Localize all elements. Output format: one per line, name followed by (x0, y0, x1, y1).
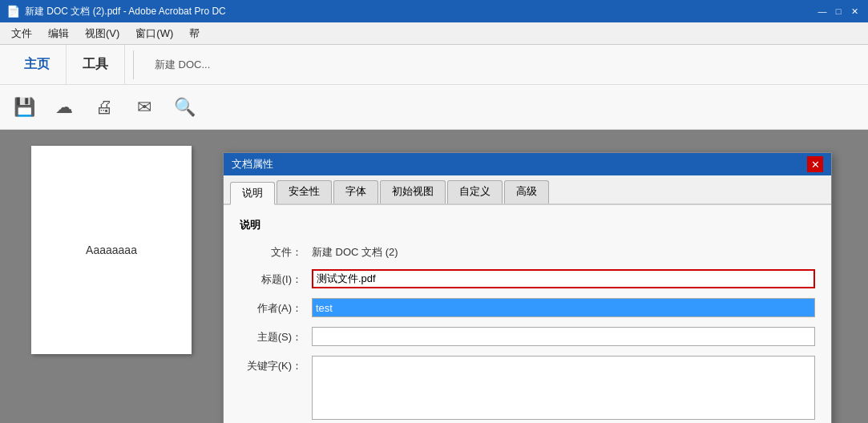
menu-bar: 文件 编辑 视图(V) 窗口(W) 帮 (0, 22, 868, 45)
author-label: 作者(A)： (240, 298, 312, 316)
menu-file[interactable]: 文件 (3, 23, 40, 44)
tab-fonts[interactable]: 字体 (333, 180, 378, 203)
maximize-button[interactable]: □ (831, 4, 846, 18)
menu-view[interactable]: 视图(V) (77, 23, 127, 44)
dialog-title-bar: 文档属性 ✕ (224, 153, 831, 175)
subject-input[interactable] (312, 327, 815, 346)
document-properties-dialog: 文档属性 ✕ 说明 安全性 字体 初始视图 自定义 高级 说明 文件： 新建 D… (223, 152, 832, 423)
title-bar: 📄 新建 DOC 文档 (2).pdf - Adobe Acrobat Pro … (0, 0, 868, 22)
toolbar-tabs: 主页 工具 (8, 45, 125, 84)
save-icon[interactable]: 💾 (11, 95, 37, 120)
close-button[interactable]: ✕ (847, 4, 862, 18)
tab-description[interactable]: 说明 (230, 182, 275, 205)
subject-row: 主题(S)： (240, 327, 815, 346)
tab-initial-view[interactable]: 初始视图 (380, 180, 446, 203)
title-row: 标题(I)： (240, 269, 815, 288)
pdf-page-text: Aaaaaaaa (86, 244, 137, 256)
main-area: Aaaaaaaa 文档属性 ✕ 说明 安全性 字体 初始视图 自定义 高级 (0, 130, 868, 423)
file-label: 文件： (240, 242, 312, 260)
section-header: 说明 (240, 218, 815, 232)
pdf-page: Aaaaaaaa (31, 146, 192, 354)
app-title: 新建 DOC 文档 (2).pdf - Adobe Acrobat Pro DC (25, 5, 815, 18)
dialog-body: 说明 文件： 新建 DOC 文档 (2) 标题(I)： 作者(A)： (224, 205, 831, 423)
keywords-label: 关键字(K)： (240, 356, 312, 373)
search-icon[interactable]: 🔍 (172, 95, 197, 120)
toolbar-separator (133, 50, 134, 79)
file-row: 文件： 新建 DOC 文档 (2) (240, 242, 815, 260)
toolbar-doc-name: 新建 DOC... (142, 58, 223, 72)
dialog-title-text: 文档属性 (232, 157, 807, 171)
title-bar-buttons: — □ ✕ (815, 4, 862, 18)
tab-tools[interactable]: 工具 (67, 45, 125, 84)
tab-custom[interactable]: 自定义 (447, 180, 503, 203)
pdf-area: Aaaaaaaa (0, 130, 223, 423)
minimize-button[interactable]: — (815, 4, 830, 18)
tab-advanced[interactable]: 高级 (504, 180, 549, 203)
title-input[interactable] (312, 269, 815, 288)
app-icon: 📄 (6, 5, 20, 18)
print-icon[interactable]: 🖨 (91, 95, 117, 120)
menu-edit[interactable]: 编辑 (40, 23, 77, 44)
tab-security[interactable]: 安全性 (277, 180, 332, 203)
author-row: 作者(A)： (240, 298, 815, 317)
author-input[interactable] (312, 298, 815, 317)
action-bar: 💾 ☁ 🖨 ✉ 🔍 (0, 85, 868, 130)
app-window: 📄 新建 DOC 文档 (2).pdf - Adobe Acrobat Pro … (0, 0, 868, 423)
dialog-close-button[interactable]: ✕ (807, 156, 823, 172)
keywords-input[interactable] (312, 356, 815, 420)
dialog-tabs: 说明 安全性 字体 初始视图 自定义 高级 (224, 175, 831, 205)
file-value: 新建 DOC 文档 (2) (312, 242, 398, 260)
mail-icon[interactable]: ✉ (131, 95, 157, 120)
toolbar: 主页 工具 新建 DOC... (0, 45, 868, 85)
menu-help[interactable]: 帮 (181, 23, 208, 44)
menu-window[interactable]: 窗口(W) (127, 23, 181, 44)
title-label: 标题(I)： (240, 269, 312, 287)
keywords-row: 关键字(K)： (240, 356, 815, 420)
upload-icon[interactable]: ☁ (51, 95, 77, 120)
subject-label: 主题(S)： (240, 327, 312, 344)
tab-home[interactable]: 主页 (8, 45, 67, 84)
